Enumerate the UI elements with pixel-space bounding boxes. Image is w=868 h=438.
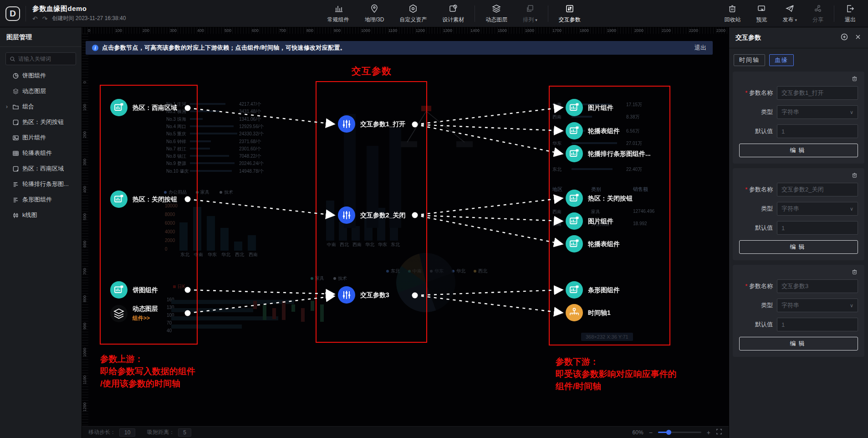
close-panel-icon[interactable] xyxy=(854,33,862,42)
param-type-select[interactable]: 字符串∨ xyxy=(777,105,858,119)
tool-dynamic-layer[interactable]: 动态图层 xyxy=(478,0,515,27)
param-default-input[interactable]: 1 xyxy=(777,124,858,138)
node-sublabel-link[interactable]: 组件>> xyxy=(133,314,158,322)
tab-timeline[interactable]: 时间轴 xyxy=(734,54,765,66)
ruler-number: 900 xyxy=(334,28,341,33)
ruler-number: 500 xyxy=(225,28,231,33)
zoom-slider-handle[interactable] xyxy=(666,430,671,435)
chart-node-icon xyxy=(566,281,583,299)
action-exit[interactable]: 退出 xyxy=(837,0,863,27)
layer-label: k线图 xyxy=(22,211,37,219)
param-type-select[interactable]: 字符串∨ xyxy=(777,299,858,312)
delete-param-icon[interactable] xyxy=(851,269,858,277)
downstream-note: 参数下游： 即受该参数影响对应响应事件的 组件/时间轴 xyxy=(556,356,677,392)
design-asset-icon xyxy=(448,4,458,14)
param-name-input[interactable]: 交互参数2_关闭 xyxy=(777,183,858,196)
ruler-number: 1700 xyxy=(552,28,562,33)
downstream-component-node[interactable]: 轮播表组件 xyxy=(566,235,620,252)
action-recycle-bin[interactable]: 回收站 xyxy=(716,0,748,27)
sidebar-layer-item[interactable]: 轮播排行条形图... xyxy=(0,176,82,192)
downstream-component-node[interactable]: 热区：关闭按钮 xyxy=(566,190,633,207)
edit-param-button[interactable]: 编辑 xyxy=(739,144,858,157)
upstream-component-node[interactable]: 饼图组件 xyxy=(110,281,158,299)
panel-title: 交互参数 xyxy=(735,34,834,42)
node-label: 图片组件 xyxy=(588,104,613,111)
tool-interaction-params[interactable]: 交互参数 xyxy=(551,0,588,27)
edit-param-button[interactable]: 编辑 xyxy=(739,240,858,254)
zoom-in-button[interactable]: + xyxy=(707,429,710,436)
sliders-node-icon xyxy=(338,115,355,133)
downstream-component-node[interactable]: 时间轴1 xyxy=(566,304,611,321)
downstream-component-node[interactable]: 图片组件 xyxy=(566,212,613,230)
sidebar-layer-item[interactable]: 图片组件 xyxy=(0,130,82,145)
upstream-component-node[interactable]: 热区：西南区域 xyxy=(110,99,177,116)
param-name-input[interactable]: 交互参数3 xyxy=(777,279,858,293)
layer-label: 热区：关闭按钮 xyxy=(22,118,64,126)
node-label-wrap: 图片组件 xyxy=(588,103,613,112)
layer-search-input[interactable] xyxy=(18,56,72,62)
action-preview[interactable]: 预览 xyxy=(748,0,775,27)
sidebar-layer-item[interactable]: 热区：关闭按钮 xyxy=(0,114,82,130)
tool-custom-assets[interactable]: 自定义资产 xyxy=(392,0,434,27)
layer-label: 轮播表组件 xyxy=(22,149,52,157)
param-type-select[interactable]: 字符串∨ xyxy=(777,202,858,216)
node-label-wrap: 动态图层组件>> xyxy=(133,304,158,322)
sidebar-layer-item[interactable]: ›组合 xyxy=(0,99,82,114)
canvas[interactable]: No.1 庄河4217.47/个No.2 株洲3431.48/个No.3 珠海1… xyxy=(82,27,729,438)
sidebar-layer-item[interactable]: 饼图组件 xyxy=(0,68,82,83)
layers-panel-title: 图层管理 xyxy=(0,27,82,46)
downstream-component-node[interactable]: 轮播表组件 xyxy=(566,122,620,139)
param-card: 参数名称 交互参数3 类型 字符串∨ 默认值 1 编辑 xyxy=(733,265,864,357)
node-label-wrap: 时间轴1 xyxy=(588,309,611,317)
ruler-number: 2200 xyxy=(689,28,698,33)
param-name-input[interactable]: 交互参数1_打开 xyxy=(777,86,858,100)
param-default-input[interactable]: 1 xyxy=(777,318,858,331)
notice-exit-link[interactable]: 退出 xyxy=(694,44,706,52)
layer-search-box[interactable] xyxy=(5,52,76,65)
sidebar-layer-item[interactable]: 热区：西南区域 xyxy=(0,161,82,176)
action-publish[interactable]: 发布▾ xyxy=(775,0,805,27)
ruler-number: 1900 xyxy=(607,28,616,33)
zoom-out-button[interactable]: − xyxy=(649,429,653,436)
node-label-wrap: 条形图组件 xyxy=(588,286,620,294)
status-value[interactable]: 10 xyxy=(119,428,135,437)
ruler-number: 1300 xyxy=(443,28,452,33)
tab-lineage[interactable]: 血缘 xyxy=(769,54,794,66)
downstream-component-node[interactable]: 条形图组件 xyxy=(566,281,620,299)
zoom-slider[interactable] xyxy=(658,432,701,433)
downstream-component-node[interactable]: 图片组件 xyxy=(566,99,613,116)
param-default-input[interactable]: 1 xyxy=(777,221,858,235)
ruler-number: 1000 xyxy=(82,348,87,357)
interaction-param-node[interactable]: 交互参数1_打开 xyxy=(338,115,406,133)
interaction-param-node[interactable]: 交互参数3 xyxy=(338,286,389,304)
search-icon xyxy=(10,56,15,62)
layers-sidebar: 图层管理 饼图组件动态图层›组合热区：关闭按钮图片组件轮播表组件热区：西南区域轮… xyxy=(0,27,82,438)
downstream-component-node[interactable]: 轮播排行条形图组件... xyxy=(566,145,651,162)
delete-param-icon[interactable] xyxy=(851,172,858,180)
fit-screen-icon[interactable] xyxy=(716,428,722,436)
kline-icon xyxy=(12,212,19,219)
sidebar-layer-item[interactable]: 轮播表组件 xyxy=(0,145,82,161)
sidebar-layer-item[interactable]: k线图 xyxy=(0,207,82,223)
upstream-component-node[interactable]: 热区：关闭按钮 xyxy=(110,191,177,208)
redo-icon[interactable]: ↷ xyxy=(42,15,48,22)
param-type-row: 类型 字符串∨ xyxy=(739,299,858,312)
sidebar-layer-item[interactable]: 条形图组件 xyxy=(0,192,82,207)
tool-geo-3d[interactable]: 地理/3D xyxy=(357,0,392,27)
expand-caret-icon[interactable]: › xyxy=(5,103,9,110)
ruler-number: 1200 xyxy=(416,28,425,33)
interaction-param-node[interactable]: 交互参数2_关闭 xyxy=(338,206,406,224)
ruler-number: 1000 xyxy=(361,28,370,33)
add-param-icon[interactable] xyxy=(841,33,848,42)
undo-icon[interactable]: ↶ xyxy=(32,15,38,22)
upstream-component-node[interactable]: 动态图层组件>> xyxy=(110,304,158,322)
top-bar: D 参数血缘图demo ↶ ↷ 创建时间 2023-11-27 16:38:40… xyxy=(0,0,868,27)
delete-param-icon[interactable] xyxy=(851,76,858,83)
edit-param-button[interactable]: 编辑 xyxy=(739,337,858,350)
notice-text: 点击参数节点，可高亮该参数的对应上下游依赖；点击组件/时间轴，可快速修改对应配置… xyxy=(102,44,694,52)
tool-regular-components[interactable]: 常规组件 xyxy=(320,0,357,27)
sidebar-layer-item[interactable]: 动态图层 xyxy=(0,83,82,99)
ruler-number: 300 xyxy=(170,28,177,33)
status-value[interactable]: 5 xyxy=(178,428,191,437)
tool-design-materials[interactable]: 设计素材 xyxy=(434,0,472,27)
